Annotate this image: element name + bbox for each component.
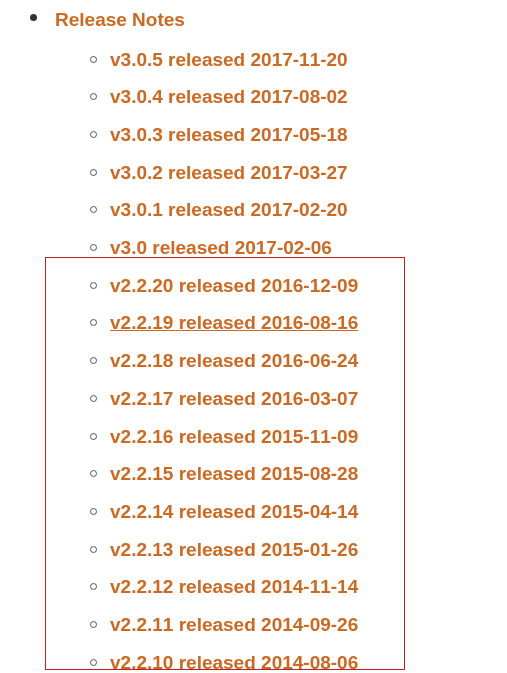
list-item: v2.2.18 released 2016-06-24 [110,342,507,380]
release-link[interactable]: v2.2.19 released 2016-08-16 [110,312,358,333]
list-item: v2.2.20 released 2016-12-09 [110,267,507,305]
circle-bullet-icon [90,206,97,213]
list-item: v2.2.16 released 2015-11-09 [110,418,507,456]
release-notes-link[interactable]: Release Notes [55,9,185,30]
circle-bullet-icon [90,433,97,440]
circle-bullet-icon [90,93,97,100]
circle-bullet-icon [90,470,97,477]
circle-bullet-icon [90,282,97,289]
release-link[interactable]: v2.2.14 released 2015-04-14 [110,501,358,522]
list-item: v2.2.13 released 2015-01-26 [110,531,507,569]
circle-bullet-icon [90,395,97,402]
circle-bullet-icon [90,169,97,176]
circle-bullet-icon [90,546,97,553]
release-link[interactable]: v2.2.11 released 2014-09-26 [110,614,358,635]
release-link[interactable]: v2.2.12 released 2014-11-14 [110,576,358,597]
release-notes-item: Release Notes v3.0.5 released 2017-11-20… [0,6,507,673]
circle-bullet-icon [90,508,97,515]
circle-bullet-icon [90,244,97,251]
list-item: v2.2.15 released 2015-08-28 [110,455,507,493]
circle-bullet-icon [90,131,97,138]
list-item: v3.0.4 released 2017-08-02 [110,78,507,116]
disc-bullet-icon [30,14,37,21]
circle-bullet-icon [90,659,97,666]
circle-bullet-icon [90,583,97,590]
release-link[interactable]: v3.0.1 released 2017-02-20 [110,199,348,220]
release-link[interactable]: v2.2.16 released 2015-11-09 [110,426,358,447]
circle-bullet-icon [90,56,97,63]
list-item: v3.0.1 released 2017-02-20 [110,191,507,229]
list-item: v2.2.12 released 2014-11-14 [110,568,507,606]
release-link[interactable]: v2.2.13 released 2015-01-26 [110,539,358,560]
list-item: v2.2.14 released 2015-04-14 [110,493,507,531]
list-item: v2.2.17 released 2016-03-07 [110,380,507,418]
release-link[interactable]: v2.2.17 released 2016-03-07 [110,388,358,409]
release-link[interactable]: v3.0.5 released 2017-11-20 [110,49,348,70]
top-list: Release Notes v3.0.5 released 2017-11-20… [0,6,507,673]
page: Release Notes v3.0.5 released 2017-11-20… [0,0,507,673]
release-link[interactable]: v3.0 released 2017-02-06 [110,237,332,258]
list-item: v3.0 released 2017-02-06 [110,229,507,267]
list-item: v3.0.2 released 2017-03-27 [110,154,507,192]
release-link[interactable]: v3.0.2 released 2017-03-27 [110,162,348,183]
list-item: v3.0.5 released 2017-11-20 [110,41,507,79]
list-item: v2.2.19 released 2016-08-16 [110,304,507,342]
list-item: v3.0.3 released 2017-05-18 [110,116,507,154]
release-link[interactable]: v2.2.18 released 2016-06-24 [110,350,358,371]
circle-bullet-icon [90,621,97,628]
release-link[interactable]: v2.2.10 released 2014-08-06 [110,652,358,673]
list-item: v2.2.10 released 2014-08-06 [110,644,507,673]
release-link[interactable]: v2.2.20 released 2016-12-09 [110,275,358,296]
release-link[interactable]: v2.2.15 released 2015-08-28 [110,463,358,484]
release-notes-sublist: v3.0.5 released 2017-11-20v3.0.4 release… [55,41,507,674]
release-link[interactable]: v3.0.4 released 2017-08-02 [110,86,348,107]
list-item: v2.2.11 released 2014-09-26 [110,606,507,644]
circle-bullet-icon [90,357,97,364]
release-link[interactable]: v3.0.3 released 2017-05-18 [110,124,348,145]
circle-bullet-icon [90,319,97,326]
